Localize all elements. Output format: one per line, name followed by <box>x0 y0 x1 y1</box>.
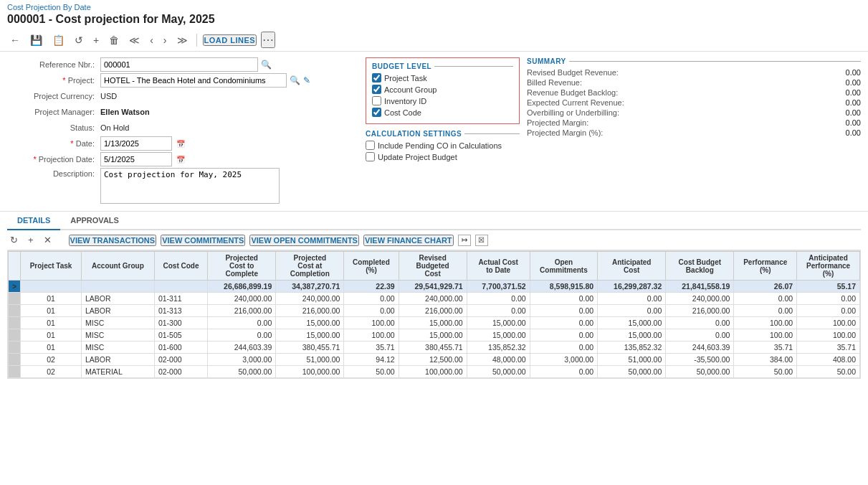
back-button[interactable]: ← <box>7 33 23 47</box>
reference-nbr-label: Reference Nbr.: <box>7 60 100 69</box>
revenue-budget-backlog-value: 0.00 <box>818 88 861 97</box>
account-group-checkbox[interactable] <box>372 85 381 94</box>
summary-projected-cost-complete: 26,686,899.19 <box>208 281 276 293</box>
prev-button[interactable]: ‹ <box>147 33 156 47</box>
detail-toolbar: ↻ + ✕ VIEW TRANSACTIONS VIEW COMMITMENTS… <box>7 230 861 250</box>
tab-approvals[interactable]: APPROVALS <box>60 212 129 229</box>
last-button[interactable]: ≫ <box>174 33 191 47</box>
reference-nbr-input[interactable] <box>100 57 258 72</box>
project-task-label: Project Task <box>384 74 427 83</box>
th-completed-pct[interactable]: Completed(%) <box>344 252 399 281</box>
row-completed-pct-5: 94.12 <box>344 354 399 366</box>
project-edit-icon[interactable]: ✎ <box>303 75 310 85</box>
project-task-checkbox[interactable] <box>372 73 381 83</box>
add-row-button[interactable]: + <box>25 233 37 247</box>
pending-co-label: Include Pending CO in Calculations <box>378 141 502 150</box>
inventory-id-checkbox[interactable] <box>372 96 381 105</box>
row-open-commitments-2: 0.00 <box>530 317 598 329</box>
update-budget-checkbox[interactable] <box>366 152 375 161</box>
th-cost-code[interactable]: Cost Code <box>154 252 207 281</box>
row-revised-budgeted-cost-2: 15,000.00 <box>399 317 467 329</box>
toolbar-separator <box>196 34 197 47</box>
table-row[interactable]: 01 MISC 01-300 0.00 15,000.00 100.00 15,… <box>9 317 860 329</box>
th-project-task[interactable]: Project Task <box>21 252 82 281</box>
view-commitments-button[interactable]: VIEW COMMITMENTS <box>161 235 245 246</box>
delete-row-button[interactable]: ✕ <box>41 233 54 247</box>
undo-button[interactable]: ↺ <box>72 33 86 47</box>
row-project-task-0: 01 <box>21 293 82 305</box>
project-manager-label: Project Manager: <box>7 108 100 116</box>
row-actual-cost-date-5: 48,000.00 <box>467 354 530 366</box>
projection-date-input[interactable] <box>100 152 172 166</box>
th-performance-pct[interactable]: Performance(%) <box>734 252 797 281</box>
export-icon[interactable]: ☒ <box>475 235 488 246</box>
th-projected-cost-complete[interactable]: ProjectedCost toComplete <box>208 252 276 281</box>
row-anticipated-cost-1: 0.00 <box>598 305 666 317</box>
row-completed-pct-0: 0.00 <box>344 293 399 305</box>
summary-projected-cost-completion: 34,387,270.71 <box>276 281 344 293</box>
th-anticipated-performance-pct[interactable]: AnticipatedPerformance(%) <box>797 252 860 281</box>
project-input[interactable] <box>100 73 287 88</box>
th-revised-budgeted-cost[interactable]: RevisedBudgetedCost <box>399 252 467 281</box>
table-row[interactable]: 01 LABOR 01-313 216,000.00 216,000.00 0.… <box>9 305 860 317</box>
project-search-icon[interactable]: 🔍 <box>290 75 300 85</box>
delete-button[interactable]: 🗑 <box>106 33 122 47</box>
view-open-commitments-button[interactable]: VIEW OPEN COMMITMENTS <box>249 235 359 246</box>
row-cost-budget-backlog-2: 0.00 <box>666 317 734 329</box>
table-row[interactable]: 01 MISC 01-505 0.00 15,000.00 100.00 15,… <box>9 329 860 342</box>
row-account-group-6: MATERIAL <box>81 366 154 378</box>
summary-performance-pct: 26.07 <box>734 281 797 293</box>
row-projected-cost-completion-6: 100,000.00 <box>276 366 344 378</box>
refresh-button[interactable]: ↻ <box>7 233 21 247</box>
date-calendar-icon[interactable]: 📅 <box>176 140 185 148</box>
table-row[interactable]: 01 MISC 01-600 244,603.39 380,455.71 35.… <box>9 342 860 354</box>
row-performance-pct-4: 35.71 <box>734 342 797 354</box>
table-row[interactable]: 02 LABOR 02-000 3,000.00 51,000.00 94.12… <box>9 354 860 366</box>
next-button[interactable]: › <box>161 33 170 47</box>
view-transactions-button[interactable]: VIEW TRANSACTIONS <box>69 235 157 246</box>
row-completed-pct-1: 0.00 <box>344 305 399 317</box>
summary-task <box>21 281 82 293</box>
billed-revenue-row: Billed Revenue: 0.00 <box>527 78 861 87</box>
row-projected-cost-completion-4: 380,455.71 <box>276 342 344 354</box>
summary-completed-pct: 22.39 <box>344 281 399 293</box>
table-row[interactable]: 02 MATERIAL 02-000 50,000.00 100,000.00 … <box>9 366 860 378</box>
cost-code-checkbox[interactable] <box>372 108 381 117</box>
save-button[interactable]: 💾 <box>27 33 45 47</box>
description-textarea[interactable] <box>100 168 280 204</box>
summary-cost-budget-backlog: 21,841,558.19 <box>666 281 734 293</box>
reference-nbr-value: 🔍 <box>100 57 358 72</box>
row-account-group-4: MISC <box>81 342 154 354</box>
fit-columns-icon[interactable]: ↦ <box>458 235 471 246</box>
table-row[interactable]: 01 LABOR 01-311 240,000.00 240,000.00 0.… <box>9 293 860 305</box>
expected-current-revenue-row: Expected Current Revenue: 0.00 <box>527 98 861 107</box>
load-lines-button[interactable]: LOAD LINES <box>203 34 257 46</box>
th-cost-budget-backlog[interactable]: Cost BudgetBacklog <box>666 252 734 281</box>
row-account-group-3: MISC <box>81 329 154 342</box>
description-value <box>100 168 358 204</box>
add-button[interactable]: + <box>90 33 102 47</box>
billed-revenue-value: 0.00 <box>818 78 861 87</box>
save-close-button[interactable]: 📋 <box>49 33 67 47</box>
th-actual-cost-date[interactable]: Actual Costto Date <box>467 252 530 281</box>
row-cost-budget-backlog-5: -35,500.00 <box>666 354 734 366</box>
row-performance-pct-0: 0.00 <box>734 293 797 305</box>
th-account-group[interactable]: Account Group <box>81 252 154 281</box>
summary-open-commitments: 8,598,915.80 <box>530 281 598 293</box>
row-indicator-2 <box>9 317 21 329</box>
projection-date-calendar-icon[interactable]: 📅 <box>176 156 185 164</box>
th-open-commitments[interactable]: OpenCommitments <box>530 252 598 281</box>
first-button[interactable]: ≪ <box>126 33 143 47</box>
view-finance-chart-button[interactable]: VIEW FINANCE CHART <box>363 235 454 246</box>
search-icon[interactable]: 🔍 <box>261 60 272 70</box>
breadcrumb[interactable]: Cost Projection By Date <box>7 3 861 11</box>
date-input[interactable] <box>100 136 172 151</box>
status-text: On Hold <box>100 123 129 132</box>
pending-co-checkbox[interactable] <box>366 141 375 150</box>
th-anticipated-cost[interactable]: AnticipatedCost <box>598 252 666 281</box>
more-options-button[interactable]: ⋯ <box>261 32 275 48</box>
top-bar: Cost Projection By Date 000001 - Cost pr… <box>0 0 868 29</box>
th-projected-cost-completion[interactable]: ProjectedCost atCompletion <box>276 252 344 281</box>
tab-details[interactable]: DETAILS <box>7 212 60 230</box>
row-performance-pct-6: 50.00 <box>734 366 797 378</box>
